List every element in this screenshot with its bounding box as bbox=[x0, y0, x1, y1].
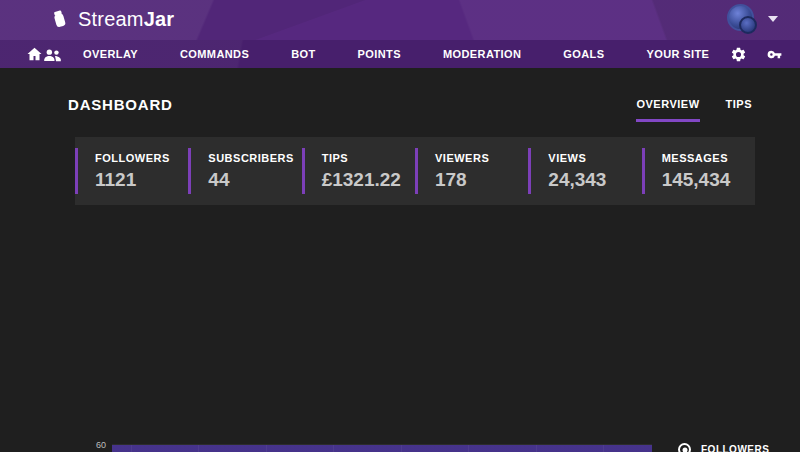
stat-views: VIEWS 24,343 bbox=[528, 148, 641, 194]
chart-plot bbox=[112, 445, 652, 452]
main-nav: OVERLAY COMMANDS BOT POINTS MODERATION G… bbox=[0, 40, 800, 68]
stat-label: VIEWERS bbox=[435, 152, 528, 164]
tab-bar: OVERVIEW TIPS bbox=[636, 98, 752, 122]
v-gridline bbox=[333, 445, 334, 452]
h-gridline bbox=[112, 444, 652, 445]
users-icon bbox=[43, 47, 62, 62]
stat-value: 44 bbox=[208, 169, 301, 191]
nav-item-users[interactable] bbox=[43, 47, 62, 62]
y-tick-label: 60 bbox=[96, 440, 106, 450]
v-gridline bbox=[131, 445, 132, 452]
v-gridline bbox=[198, 445, 199, 452]
chart-section: Number Of 0102030405060 03 AM06 AM09 AM1… bbox=[0, 215, 800, 452]
tab-tips[interactable]: TIPS bbox=[726, 98, 752, 122]
chart-legend: FOLLOWERSVIEWSVIEWERSMESSAGES bbox=[678, 443, 769, 452]
tab-overview[interactable]: OVERVIEW bbox=[636, 98, 699, 122]
home-icon bbox=[26, 46, 43, 62]
stat-value: £1321.22 bbox=[322, 169, 415, 191]
stat-label: TIPS bbox=[322, 152, 415, 164]
radio-selected-icon bbox=[678, 443, 691, 452]
page-title: DASHBOARD bbox=[68, 96, 173, 113]
app-header: StreamJar bbox=[0, 0, 800, 40]
key-icon[interactable] bbox=[765, 47, 784, 62]
stat-label: SUBSCRIBERS bbox=[208, 152, 301, 164]
nav-item-points[interactable]: POINTS bbox=[337, 48, 422, 60]
jar-logo-icon bbox=[48, 7, 70, 31]
nav-item-bot[interactable]: BOT bbox=[270, 48, 336, 60]
v-gridline bbox=[603, 445, 604, 452]
stat-value: 24,343 bbox=[548, 169, 641, 191]
stat-label: VIEWS bbox=[548, 152, 641, 164]
y-axis-ticks: 0102030405060 bbox=[70, 445, 106, 452]
gear-icon[interactable] bbox=[730, 46, 747, 63]
v-gridline bbox=[401, 445, 402, 452]
stat-followers: FOLLOWERS 1121 bbox=[75, 148, 188, 194]
nav-item-home[interactable] bbox=[26, 46, 43, 62]
stat-subscribers: SUBSCRIBERS 44 bbox=[188, 148, 301, 194]
stat-value: 178 bbox=[435, 169, 528, 191]
logo-text: StreamJar bbox=[78, 8, 174, 31]
stat-label: FOLLOWERS bbox=[95, 152, 188, 164]
stat-messages: MESSAGES 145,434 bbox=[642, 148, 755, 194]
user-avatar[interactable] bbox=[727, 4, 754, 31]
chevron-down-icon[interactable] bbox=[768, 16, 778, 22]
streamjar-logo[interactable]: StreamJar bbox=[48, 7, 174, 31]
v-gridline bbox=[266, 445, 267, 452]
nav-item-goals[interactable]: GOALS bbox=[542, 48, 625, 60]
legend-label: FOLLOWERS bbox=[701, 444, 769, 452]
nav-item-moderation[interactable]: MODERATION bbox=[422, 48, 542, 60]
stat-label: MESSAGES bbox=[662, 152, 755, 164]
nav-item-overlay[interactable]: OVERLAY bbox=[62, 48, 159, 60]
stat-value: 1121 bbox=[95, 169, 188, 191]
stats-bar: FOLLOWERS 1121 SUBSCRIBERS 44 TIPS £1321… bbox=[75, 137, 755, 205]
legend-item-followers[interactable]: FOLLOWERS bbox=[678, 443, 769, 452]
nav-item-your-site[interactable]: YOUR SITE bbox=[625, 48, 730, 60]
v-gridline bbox=[468, 445, 469, 452]
stat-tips: TIPS £1321.22 bbox=[302, 148, 415, 194]
nav-item-commands[interactable]: COMMANDS bbox=[159, 48, 270, 60]
stat-viewers: VIEWERS 178 bbox=[415, 148, 528, 194]
v-gridline bbox=[536, 445, 537, 452]
stat-value: 145,434 bbox=[662, 169, 755, 191]
